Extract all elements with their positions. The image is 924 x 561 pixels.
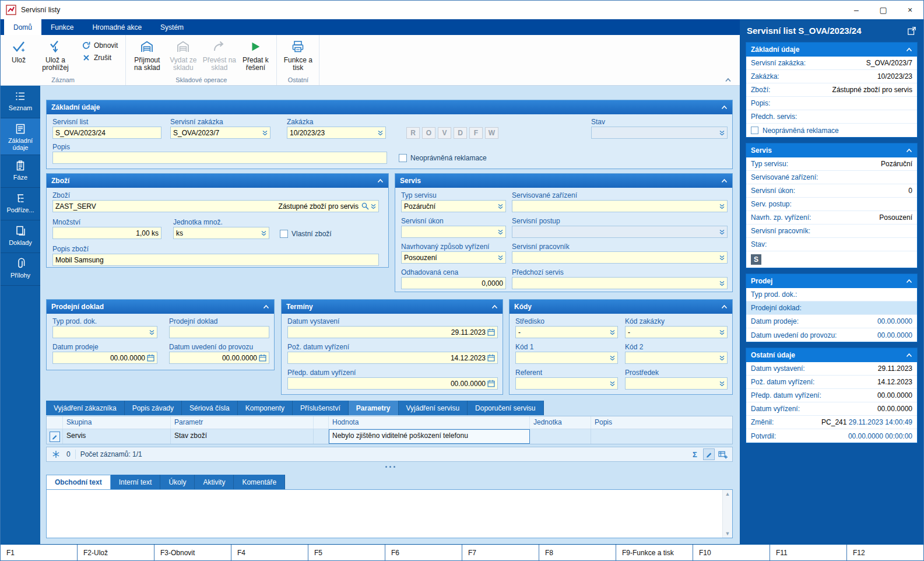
dropdown-icon[interactable]	[719, 130, 725, 136]
splitter-handle[interactable]	[40, 464, 740, 469]
obchodni-text-area[interactable]: ▲ ▼	[46, 489, 733, 538]
stav-combo[interactable]	[591, 127, 728, 139]
panel-row[interactable]: Typ prod. dok.:	[746, 288, 917, 301]
vlastni-zbozi-checkbox[interactable]: Vlastní zboží	[280, 230, 332, 238]
parameter-tab[interactable]: Komponenty	[238, 401, 293, 415]
cell-hodnota[interactable]: Nebylo zjištěno viditelné poškození tele…	[329, 429, 530, 444]
servisni-postup-combo[interactable]	[512, 226, 728, 238]
panel-row[interactable]: Datum vystavení: 29.11.2023	[746, 362, 917, 376]
receive-to-stock-button[interactable]: Přijmout na sklad	[129, 36, 165, 75]
snowflake-icon[interactable]	[50, 448, 62, 460]
dropdown-icon[interactable]	[610, 381, 615, 387]
panel-row[interactable]: Servisní pracovník:	[746, 225, 917, 238]
dropdown-icon[interactable]	[149, 329, 154, 335]
collapse-section-icon[interactable]	[721, 178, 728, 183]
parameter-tab[interactable]: Parametry	[349, 401, 399, 415]
calendar-icon[interactable]	[487, 328, 495, 336]
checkbox-icon[interactable]	[399, 154, 407, 162]
servisni-pracovnik-combo[interactable]	[512, 251, 728, 264]
mnozstvi-input[interactable]: 1,00 ks	[52, 227, 161, 239]
jednotka-combo[interactable]: ks	[173, 227, 269, 239]
function-key[interactable]: F11	[770, 545, 847, 560]
collapse-section-icon[interactable]	[906, 47, 912, 52]
pass-to-solution-button[interactable]: Předat k řešení	[237, 36, 273, 75]
dropdown-icon[interactable]	[719, 204, 725, 209]
sum-icon[interactable]: Σ	[689, 448, 701, 460]
function-key[interactable]: F4	[231, 545, 308, 560]
panel-row[interactable]: Serv. postup:	[746, 198, 917, 211]
dropdown-icon[interactable]	[498, 204, 503, 209]
parameter-tab[interactable]: Vyjádření zákazníka	[46, 401, 125, 415]
panel-row[interactable]: Popis:	[746, 97, 917, 110]
navrhovany-zpusob-combo[interactable]: Posouzení	[401, 251, 506, 264]
dropdown-icon[interactable]	[719, 229, 725, 235]
prostredek-combo[interactable]	[625, 377, 728, 390]
collapse-ribbon-icon[interactable]	[725, 78, 732, 82]
dropdown-icon[interactable]	[371, 204, 376, 209]
sidebar-item-doklady[interactable]: Doklady	[1, 220, 40, 253]
checkbox-icon[interactable]	[751, 127, 758, 134]
panel-row[interactable]: Stav:	[746, 238, 917, 251]
dropdown-icon[interactable]	[719, 280, 725, 286]
function-key[interactable]: F10	[693, 545, 770, 560]
panel-row[interactable]: Předch. servis:	[746, 110, 917, 124]
collapse-section-icon[interactable]	[906, 148, 912, 153]
text-area-content[interactable]	[47, 490, 722, 538]
dropdown-icon[interactable]	[719, 255, 725, 261]
search-icon[interactable]	[361, 202, 369, 210]
sidebar-item-prilohy[interactable]: Přílohy	[1, 253, 40, 286]
collapse-section-icon[interactable]	[906, 279, 912, 283]
panel-row[interactable]: Neoprávněná reklamace	[746, 124, 917, 137]
text-tab[interactable]: Aktivity	[195, 475, 234, 489]
column-header[interactable]: Parametr	[171, 416, 314, 429]
servisni-zakazka-combo[interactable]: S_OVA/2023/7	[170, 127, 270, 139]
panel-row[interactable]: Servisní úkon: 0	[746, 184, 917, 198]
popis-zbozi-input[interactable]: Mobil Samsung	[52, 254, 379, 266]
collapse-section-icon[interactable]	[491, 304, 498, 309]
cell-skupina[interactable]: Servis	[63, 429, 171, 444]
checkbox-icon[interactable]	[280, 230, 288, 238]
typ-prod-dok-combo[interactable]	[52, 326, 157, 338]
scroll-down-icon[interactable]: ▼	[725, 531, 730, 537]
functions-print-button[interactable]: Funkce a tisk	[280, 36, 316, 75]
referent-combo[interactable]	[515, 377, 618, 390]
panel-row[interactable]: Potvrdil: 00.00.0000 00:00:00	[746, 429, 917, 443]
scrollbar[interactable]: ▲ ▼	[722, 490, 732, 538]
calendar-icon[interactable]	[147, 354, 154, 362]
grid-add-icon[interactable]	[717, 448, 729, 460]
flag-button[interactable]: W	[485, 127, 498, 139]
text-tab[interactable]: Komentáře	[234, 475, 285, 489]
typ-servisu-combo[interactable]: Pozáruční	[401, 200, 506, 212]
function-key[interactable]: F1	[1, 545, 78, 560]
issue-from-stock-button[interactable]: Vydat ze skladu	[165, 36, 201, 75]
text-tab[interactable]: Úkoly	[160, 475, 195, 489]
odhadovana-cena-input[interactable]: 0,0000	[401, 277, 506, 289]
flag-button[interactable]: O	[422, 127, 435, 139]
panel-row[interactable]: Prodejní doklad:	[746, 301, 917, 315]
stredisko-combo[interactable]: -	[515, 326, 618, 338]
ribbon-tab[interactable]: Domů	[4, 19, 41, 35]
dropdown-icon[interactable]	[719, 355, 725, 361]
zbozi-lookup-input[interactable]: ZAST_SERV Zástupné zboží pro servis	[52, 200, 379, 212]
column-header[interactable]: Hodnota	[329, 416, 530, 429]
cancel-button[interactable]: Zrušit	[79, 53, 120, 62]
flag-button[interactable]: R	[406, 127, 420, 139]
popis-input[interactable]	[52, 152, 387, 164]
dropdown-icon[interactable]	[610, 329, 615, 335]
dropdown-icon[interactable]	[261, 230, 266, 236]
cell-popis[interactable]	[591, 429, 732, 444]
ribbon-tab[interactable]: Hromadné akce	[83, 19, 151, 35]
function-key[interactable]: F6	[385, 545, 462, 560]
function-key[interactable]: F7	[462, 545, 539, 560]
panel-row[interactable]: Navrh. zp. vyřízení: Posouzení	[746, 211, 917, 225]
kod2-combo[interactable]	[625, 352, 728, 364]
neopravnena-reklamace-checkbox[interactable]: Neoprávněná reklamace	[399, 154, 487, 162]
flag-button[interactable]: F	[469, 127, 483, 139]
maximize-button[interactable]: ▢	[870, 1, 897, 19]
function-key[interactable]: F8	[539, 545, 616, 560]
scroll-up-icon[interactable]: ▲	[725, 491, 730, 497]
ribbon-tab[interactable]: Systém	[151, 19, 193, 35]
panel-row[interactable]: Předp. datum vyřízení: 00.00.0000	[746, 389, 917, 402]
cell-jednotka[interactable]	[530, 429, 591, 444]
close-button[interactable]: ×	[897, 1, 923, 19]
